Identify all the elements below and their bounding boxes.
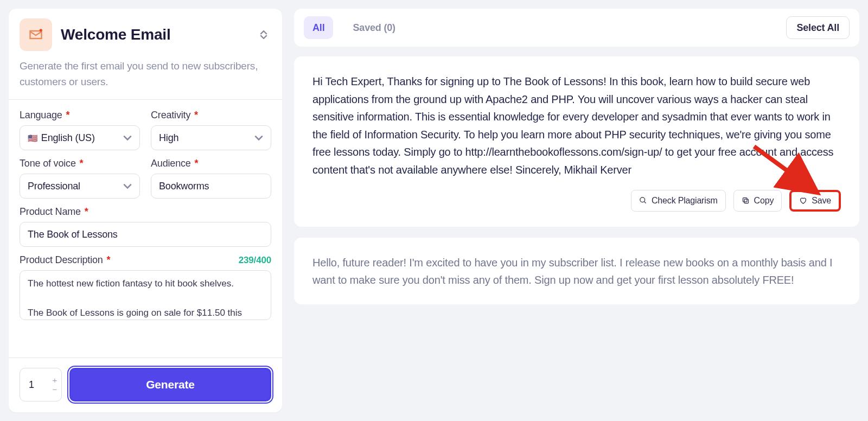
result-tabs: All Saved (0) Select All [294, 9, 859, 47]
select-all-button[interactable]: Select All [786, 16, 850, 39]
copy-button[interactable]: Copy [733, 190, 782, 212]
heart-icon [799, 196, 807, 205]
svg-point-0 [40, 29, 42, 31]
result-text: Hi Tech Expert, Thanks for signing up to… [312, 73, 841, 179]
chevron-down-icon [254, 135, 263, 141]
language-select[interactable]: 🇺🇸English (US) [20, 125, 140, 150]
chevron-up-icon [260, 30, 267, 35]
audience-label: Audience [151, 158, 191, 169]
chevron-down-icon [123, 183, 132, 189]
creativity-label: Creativity [151, 110, 190, 120]
product-name-input[interactable]: The Book of Lessons [20, 222, 271, 247]
result-card: Hello, future reader! I'm excited to hav… [294, 238, 859, 304]
expand-toggle[interactable] [256, 25, 271, 44]
svg-rect-2 [744, 199, 749, 203]
copy-icon [742, 196, 750, 205]
tab-all[interactable]: All [304, 16, 333, 39]
result-card: Hi Tech Expert, Thanks for signing up to… [294, 56, 859, 227]
generate-button[interactable]: Generate [69, 368, 271, 401]
language-label: Language [20, 110, 62, 120]
svg-point-1 [640, 197, 645, 202]
char-counter: 239/400 [239, 255, 271, 266]
results-panel: All Saved (0) Select All Hi Tech Expert,… [294, 9, 859, 412]
save-button[interactable]: Save [789, 190, 841, 212]
tone-select[interactable]: Professional [20, 174, 140, 199]
tab-saved[interactable]: Saved (0) [344, 16, 404, 39]
quantity-stepper[interactable]: 1 + − [20, 368, 62, 401]
product-name-label: Product Name [20, 206, 81, 217]
check-plagiarism-button[interactable]: Check Plagiarism [631, 190, 726, 212]
search-icon [639, 196, 647, 205]
product-desc-label: Product Description [20, 254, 103, 265]
tone-label: Tone of voice [20, 158, 76, 169]
plus-icon[interactable]: + [52, 376, 57, 384]
result-text: Hello, future reader! I'm excited to hav… [312, 254, 841, 289]
svg-rect-3 [743, 198, 747, 202]
envelope-icon [28, 27, 43, 42]
tool-subtitle: Generate the first email you send to new… [9, 59, 282, 100]
config-panel: Welcome Email Generate the first email y… [9, 9, 282, 412]
chevron-down-icon [123, 135, 132, 141]
product-desc-textarea[interactable] [20, 270, 271, 320]
tool-icon [20, 18, 52, 51]
flag-icon: 🇺🇸 [28, 133, 38, 143]
creativity-select[interactable]: High [151, 125, 271, 150]
tool-title: Welcome Email [61, 27, 171, 43]
minus-icon[interactable]: − [52, 385, 57, 393]
audience-input[interactable]: Bookworms [151, 174, 271, 199]
chevron-down-icon [260, 35, 267, 39]
